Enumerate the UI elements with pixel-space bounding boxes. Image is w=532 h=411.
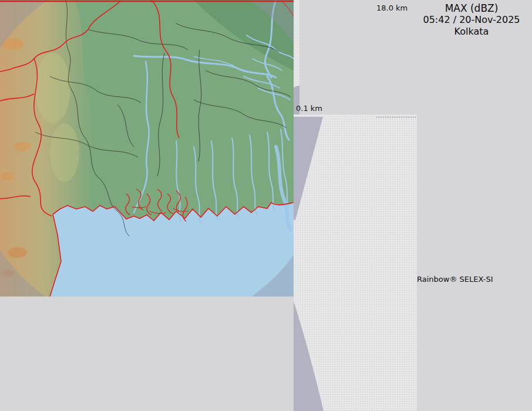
radar-product-screen: { "legend": { "title": "MAX (dBZ)", "dat… [0,0,532,411]
height-axis-max-label: 18.0 km [376,4,408,12]
side-envelope [294,117,324,411]
radar-map-panel [0,0,294,297]
product-info-block: Rainbow® SELEX-SI [417,271,531,284]
base-terrain [0,0,294,297]
legend-tick-labels [462,0,532,264]
side-cross-section-plot [294,114,417,411]
height-axis-min-label: 0.1 km [296,104,322,113]
software-name: Rainbow® SELEX-SI [417,275,531,284]
side-cross-section-panel [294,114,417,411]
radar-map [0,0,294,297]
